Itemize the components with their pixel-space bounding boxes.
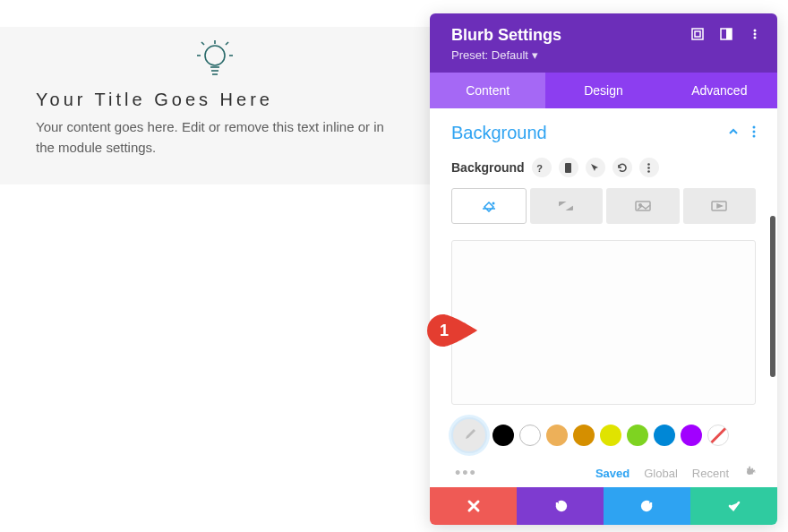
page-title[interactable]: Your Title Goes Here — [0, 90, 430, 117]
more-dots-icon[interactable]: ••• — [451, 464, 477, 483]
svg-point-23 — [492, 202, 494, 205]
redo-button[interactable] — [604, 487, 690, 525]
expand-icon[interactable] — [691, 28, 704, 44]
svg-rect-19 — [565, 163, 571, 173]
annotation-number: 1 — [440, 322, 449, 339]
panel-header: Blurb Settings Preset: Default ▾ — [430, 13, 777, 73]
lightbulb-wrap — [0, 27, 430, 90]
swatch-purple[interactable] — [681, 425, 702, 446]
state-row: ••• Saved Global Recent — [451, 464, 756, 487]
svg-point-26 — [638, 204, 641, 207]
state-global[interactable]: Global — [644, 467, 678, 480]
svg-rect-12 — [726, 29, 732, 39]
state-links: Saved Global Recent — [595, 466, 756, 481]
snap-icon[interactable] — [720, 28, 732, 44]
gear-icon[interactable] — [743, 466, 756, 481]
panel-title: Blurb Settings — [451, 26, 691, 45]
swatch-amber[interactable] — [573, 425, 595, 446]
svg-point-14 — [754, 33, 757, 36]
panel-header-left: Blurb Settings Preset: Default ▾ — [451, 26, 691, 62]
bgtype-image[interactable] — [606, 188, 680, 224]
bgtype-row — [451, 188, 756, 224]
svg-point-17 — [753, 130, 756, 133]
settings-panel: Blurb Settings Preset: Default ▾ Content… — [430, 13, 777, 525]
more-icon[interactable] — [749, 28, 761, 44]
options-icon[interactable] — [639, 158, 659, 177]
panel-footer — [430, 487, 777, 525]
bgtype-color[interactable] — [451, 188, 527, 224]
section-title[interactable]: Background — [451, 123, 727, 143]
scrollbar-thumb[interactable] — [770, 216, 775, 377]
section-head: Background — [451, 123, 756, 143]
svg-line-8 — [226, 42, 228, 45]
section-controls — [727, 125, 756, 142]
swatch-green[interactable] — [627, 425, 648, 446]
page-content: Your Title Goes Here Your content goes h… — [0, 27, 430, 184]
svg-point-0 — [205, 46, 225, 65]
swatch-blue[interactable] — [654, 425, 675, 446]
state-recent[interactable]: Recent — [692, 467, 729, 480]
background-label: Background — [451, 160, 525, 175]
section-menu-icon[interactable] — [752, 125, 756, 142]
tab-advanced[interactable]: Advanced — [662, 73, 777, 108]
background-label-row: Background ? — [451, 158, 756, 177]
confirm-button[interactable] — [690, 487, 777, 525]
svg-rect-10 — [695, 31, 700, 37]
svg-point-21 — [647, 167, 650, 169]
cancel-button[interactable] — [430, 487, 517, 525]
swatch-white[interactable] — [519, 425, 541, 446]
svg-point-16 — [753, 125, 756, 128]
svg-rect-9 — [692, 29, 703, 39]
reset-icon[interactable] — [612, 158, 632, 177]
tab-content[interactable]: Content — [430, 73, 545, 108]
hover-icon[interactable] — [586, 158, 605, 177]
tab-design[interactable]: Design — [545, 73, 661, 108]
swatch-orange[interactable] — [546, 425, 568, 446]
eyedropper-button[interactable] — [451, 417, 487, 453]
bgtype-gradient[interactable] — [530, 188, 604, 224]
bgtype-video[interactable] — [683, 188, 757, 224]
collapse-icon[interactable] — [727, 125, 740, 142]
help-icon[interactable]: ? — [532, 158, 552, 177]
svg-point-18 — [753, 134, 756, 137]
panel-header-icons — [691, 26, 761, 44]
svg-point-20 — [647, 163, 650, 166]
responsive-icon[interactable] — [559, 158, 578, 177]
lightbulb-icon — [193, 38, 237, 77]
tab-row: Content Design Advanced — [430, 73, 777, 108]
annotation-pointer: 1 — [425, 313, 477, 348]
svg-point-22 — [647, 170, 650, 173]
swatch-row — [451, 417, 756, 453]
svg-line-7 — [201, 42, 204, 45]
color-preview[interactable] — [451, 240, 756, 405]
swatch-none[interactable] — [707, 425, 729, 446]
swatch-black[interactable] — [492, 425, 514, 446]
panel-body: Background Background ? — [430, 108, 777, 487]
swatch-yellow[interactable] — [600, 425, 621, 446]
svg-point-15 — [754, 37, 757, 39]
state-saved[interactable]: Saved — [595, 467, 630, 480]
panel-preset-selector[interactable]: Preset: Default ▾ — [451, 48, 691, 62]
svg-point-13 — [754, 30, 757, 32]
undo-button[interactable] — [517, 487, 604, 525]
page-body-text[interactable]: Your content goes here. Edit or remove t… — [0, 117, 430, 167]
